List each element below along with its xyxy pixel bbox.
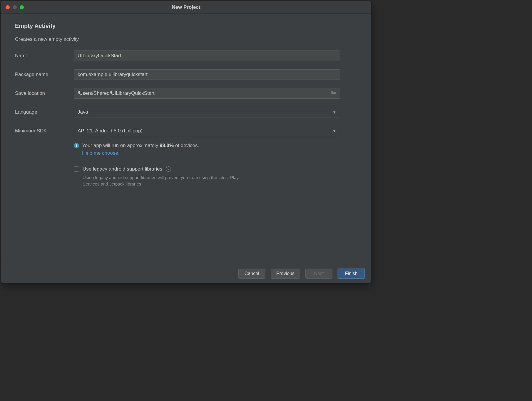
package-field[interactable]	[74, 69, 340, 80]
next-button: Next	[305, 269, 332, 279]
window-title: New Project	[1, 4, 371, 10]
dialog-footer: Cancel Previous Next Finish	[1, 264, 371, 283]
device-coverage-info: i Your app will run on approximately 98.…	[74, 143, 357, 156]
language-value: Java	[78, 109, 88, 115]
titlebar: New Project	[1, 1, 371, 14]
legacy-support-label: Use legacy android.support libraries	[83, 166, 162, 172]
finish-button[interactable]: Finish	[338, 269, 365, 279]
legacy-support-description: Using legacy android.support libraries w…	[83, 174, 247, 187]
save-location-field[interactable]	[74, 88, 340, 99]
package-input[interactable]	[78, 72, 336, 77]
minsdk-label: Minimum SDK	[15, 128, 74, 134]
legacy-support-row: Use legacy android.support libraries ? U…	[74, 166, 357, 187]
zoom-icon[interactable]	[20, 5, 24, 9]
info-icon: i	[74, 143, 79, 148]
language-label: Language	[15, 109, 74, 115]
legacy-support-checkbox[interactable]	[74, 166, 79, 172]
minsdk-select[interactable]: API 21: Android 5.0 (Lollipop) ▼	[74, 126, 340, 136]
coverage-pre: Your app will run on approximately	[82, 143, 160, 148]
package-label: Package name	[15, 72, 74, 77]
chevron-down-icon: ▼	[332, 129, 336, 133]
minsdk-value: API 21: Android 5.0 (Lollipop)	[78, 128, 143, 134]
save-location-input[interactable]	[78, 90, 331, 96]
window-controls	[1, 5, 24, 9]
close-icon[interactable]	[6, 5, 10, 9]
coverage-line: i Your app will run on approximately 98.…	[74, 143, 357, 149]
new-project-dialog: New Project Empty Activity Creates a new…	[1, 1, 372, 284]
chevron-down-icon: ▼	[332, 110, 336, 114]
name-label: Name	[15, 53, 74, 59]
coverage-pct: 98.0%	[160, 143, 174, 148]
coverage-post: of devices.	[174, 143, 199, 148]
project-form: Name Package name Save location Language…	[15, 50, 357, 187]
help-icon[interactable]: ?	[166, 166, 171, 172]
dialog-content: Empty Activity Creates a new empty activ…	[1, 14, 371, 264]
name-input[interactable]	[78, 53, 336, 59]
page-subtitle: Creates a new empty activity	[15, 36, 357, 42]
browse-folder-icon[interactable]	[331, 90, 336, 96]
save-location-label: Save location	[15, 90, 74, 96]
help-me-choose-link[interactable]: Help me choose	[82, 150, 357, 156]
previous-button[interactable]: Previous	[271, 269, 300, 279]
cancel-button[interactable]: Cancel	[238, 269, 265, 279]
minimize-icon[interactable]	[13, 5, 17, 9]
page-title: Empty Activity	[15, 23, 357, 29]
language-select[interactable]: Java ▼	[74, 107, 340, 117]
name-field[interactable]	[74, 50, 340, 61]
